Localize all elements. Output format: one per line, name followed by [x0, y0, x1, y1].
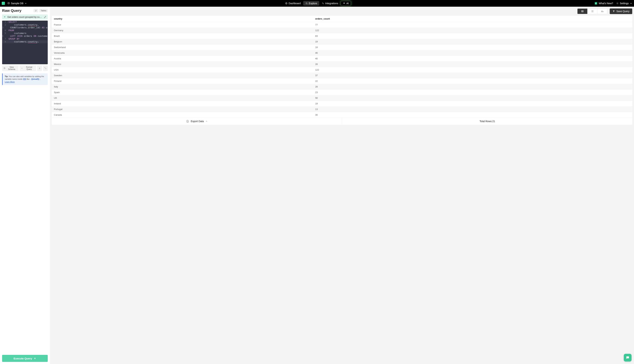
- table-row[interactable]: Mexico28: [52, 62, 632, 67]
- topbar: Sample DB Dashboard Explore Integrations…: [0, 0, 634, 7]
- tables-button[interactable]: Tables: [39, 9, 48, 12]
- results-table: country orders_count France77Germany122B…: [52, 16, 632, 118]
- cell-country: USA: [52, 67, 313, 73]
- ai-prompt-text: Get orders count grouped by cust…: [8, 16, 43, 18]
- sql-editor[interactable]: 1▾SELECT 2 customers.country, 3 COUNT(or…: [2, 20, 48, 64]
- search-icon: [305, 2, 308, 4]
- cell-country: Italy: [52, 84, 313, 90]
- filter-icon: [612, 10, 615, 12]
- topbar-nav: Dashboard Explore Integrations AI: [283, 1, 351, 6]
- cell-orders-count: 18: [313, 44, 632, 50]
- learn-more-link[interactable]: Learn More: [5, 81, 15, 83]
- csv-icon: csv: [186, 120, 189, 123]
- table-row[interactable]: Canada30: [52, 112, 632, 118]
- table-row[interactable]: Portugal13: [52, 106, 632, 112]
- save-query-button[interactable]: Save Query: [610, 8, 632, 14]
- cell-orders-count: 19: [313, 101, 632, 106]
- total-rows-value: 21: [492, 120, 495, 123]
- view-schema-label: View Schema: [6, 66, 17, 70]
- svg-point-3: [322, 3, 323, 3]
- cell-orders-count: 19: [313, 39, 632, 44]
- bolt-icon: [595, 2, 597, 4]
- cell-country: Venezuela: [52, 50, 313, 56]
- chevron-down-icon: [630, 2, 632, 4]
- table-row[interactable]: Ireland19: [52, 101, 632, 106]
- db-name: Sample DB: [11, 2, 24, 5]
- db-selector[interactable]: Sample DB: [8, 2, 27, 5]
- table-row[interactable]: Italy28: [52, 84, 632, 90]
- view-table-button[interactable]: [577, 8, 587, 14]
- refresh-button[interactable]: [34, 9, 38, 12]
- svg-point-6: [4, 68, 5, 68]
- chat-fab[interactable]: [624, 354, 631, 362]
- view-schema-button[interactable]: View Schema: [2, 65, 19, 71]
- cell-orders-count: 22: [313, 78, 632, 84]
- svg-point-8: [591, 10, 591, 11]
- results-table-wrap: country orders_count France77Germany122B…: [52, 16, 632, 125]
- app-logo[interactable]: [2, 2, 5, 5]
- table-row[interactable]: Austria40: [52, 56, 632, 62]
- table-row[interactable]: Venezuela46: [52, 50, 632, 56]
- cell-country: UK: [52, 95, 313, 101]
- svg-text:csv: csv: [187, 121, 188, 122]
- cell-country: Austria: [52, 56, 313, 62]
- table-row[interactable]: Sweden37: [52, 73, 632, 78]
- cell-orders-count: 46: [313, 50, 632, 56]
- table-row[interactable]: Spain23: [52, 90, 632, 95]
- download-button[interactable]: [37, 65, 42, 71]
- cell-country: Mexico: [52, 62, 313, 67]
- format-query-button[interactable]: Format Query: [20, 65, 36, 71]
- gears-icon: [322, 2, 324, 4]
- sidebar: Raw Query Tables Get orders count groupe…: [0, 7, 50, 364]
- whats-new-label: What's New?: [598, 2, 613, 5]
- execute-query-button[interactable]: Execute Query: [2, 355, 48, 362]
- cell-country: Switzerland: [52, 44, 313, 50]
- sparkle-icon: [4, 16, 6, 18]
- nav-explore-label: Explore: [309, 2, 317, 5]
- refresh-icon: [35, 10, 37, 12]
- nav-ai[interactable]: AI: [341, 1, 351, 6]
- cell-country: Ireland: [52, 101, 313, 106]
- cell-orders-count: 28: [313, 62, 632, 67]
- table-row[interactable]: France77: [52, 22, 632, 28]
- nav-ai-label: AI: [346, 2, 349, 5]
- list-icon: [591, 10, 594, 13]
- svg-point-10: [591, 12, 591, 12]
- chevron-up-icon: [206, 120, 208, 122]
- svg-point-2: [306, 3, 307, 4]
- table-row[interactable]: Germany122: [52, 28, 632, 33]
- table-row[interactable]: USA122: [52, 67, 632, 73]
- expand-button[interactable]: [43, 65, 48, 71]
- table-row[interactable]: Belgium19: [52, 39, 632, 44]
- settings-menu[interactable]: Settings: [616, 2, 632, 5]
- nav-dashboard[interactable]: Dashboard: [283, 1, 303, 6]
- export-data-button[interactable]: csv Export Data: [52, 118, 342, 125]
- nav-integrations[interactable]: Integrations: [320, 1, 340, 6]
- svg-point-9: [591, 11, 591, 12]
- table-row[interactable]: Switzerland18: [52, 44, 632, 50]
- column-header-orders-count[interactable]: orders_count: [313, 16, 632, 22]
- nav-explore[interactable]: Explore: [303, 1, 319, 6]
- view-chart-button[interactable]: [597, 8, 607, 14]
- database-icon: [4, 67, 6, 69]
- pencil-icon[interactable]: [44, 16, 46, 18]
- total-rows-label: Total Rows:: [479, 120, 492, 123]
- code-icon: [21, 67, 23, 69]
- table-row[interactable]: UK56: [52, 95, 632, 101]
- results-panel: Save Query country orders_count France77…: [50, 7, 634, 364]
- table-row[interactable]: Finland22: [52, 78, 632, 84]
- sparkle-icon: [343, 2, 345, 4]
- cell-country: France: [52, 22, 313, 28]
- column-header-country[interactable]: country: [52, 16, 313, 22]
- page-title: Raw Query: [2, 8, 22, 13]
- view-list-button[interactable]: [587, 8, 597, 14]
- cell-orders-count: 37: [313, 73, 632, 78]
- svg-point-0: [8, 2, 9, 3]
- gear-icon: [616, 2, 619, 4]
- cell-orders-count: 83: [313, 33, 632, 39]
- total-rows: Total Rows:21: [342, 118, 632, 125]
- ai-prompt-row: Get orders count grouped by cust…: [2, 14, 48, 20]
- table-row[interactable]: Brazil83: [52, 33, 632, 39]
- whats-new-button[interactable]: What's New?: [595, 2, 613, 5]
- cell-country: Brazil: [52, 33, 313, 39]
